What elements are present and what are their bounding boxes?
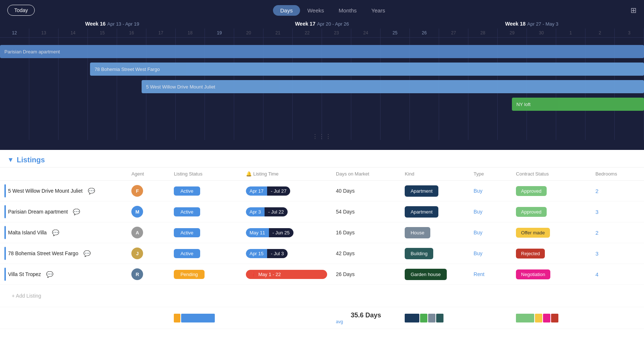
listing-name-cell: Villa St Tropez 💬 [0, 264, 127, 285]
th-type: Type [469, 167, 512, 181]
add-listing-row[interactable]: + Add Listing [0, 285, 644, 307]
day-14: 14 [59, 29, 88, 37]
type-cell: Rent [469, 264, 512, 285]
listing-name: 5 West Willow Drive Mount Juliet [8, 188, 83, 194]
bedrooms-value: 3 [595, 209, 598, 215]
day-30: 30 [527, 29, 556, 37]
days-value: 42 Days [336, 250, 355, 256]
day-20: 20 [234, 29, 263, 37]
summary-contract-cell [512, 307, 591, 329]
time-start: May 11 [246, 228, 269, 237]
mini-bar-building [436, 314, 443, 322]
time-cell: Apr 15 - Jul 3 [242, 243, 332, 264]
contract-cell: Negotiation [512, 264, 591, 285]
tab-months[interactable]: Months [332, 5, 364, 16]
table-row: 78 Bohemia Street West Fargo 💬 J Active … [0, 243, 644, 264]
tab-years[interactable]: Years [364, 5, 393, 16]
kind-cell: Building [400, 243, 469, 264]
kind-cell: Apartment [400, 201, 469, 222]
days-cell: 26 Days [332, 264, 400, 285]
status-cell: Active [169, 222, 242, 243]
view-tabs: Days Weeks Months Years [273, 5, 393, 16]
export-icon[interactable]: ⊞ [630, 6, 637, 15]
status-cell: Pending [169, 264, 242, 285]
time-badge: Apr 3 - Jul 22 [246, 207, 327, 216]
week-16: Week 16 Apr 13 - Apr 19 [7, 20, 217, 27]
avg-days: 35.6 Days [336, 312, 396, 319]
avatar: R [131, 268, 143, 280]
row-color-bar [4, 205, 6, 218]
listing-name-cell: Parisian Dream apartment 💬 [0, 201, 127, 222]
bedrooms-cell: 3 [591, 201, 644, 222]
bedrooms-cell: 2 [591, 222, 644, 243]
summary-contract-bars [516, 314, 587, 322]
agent-cell: F [127, 181, 169, 201]
status-cell: Active [169, 181, 242, 201]
bell-icon: 🔔 [246, 171, 252, 177]
bedrooms-cell: 4 [591, 264, 644, 285]
th-status: Listing Status [169, 167, 242, 181]
type-cell: Buy [469, 222, 512, 243]
contract-badge: Approved [516, 186, 547, 196]
table-row: Parisian Dream apartment 💬 M Active Apr … [0, 201, 644, 222]
day-17: 17 [146, 29, 176, 37]
day-18: 18 [176, 29, 205, 37]
days-value: 16 Days [336, 230, 355, 235]
listings-table: Agent Listing Status 🔔Listing Time Days … [0, 167, 644, 329]
tab-days[interactable]: Days [273, 5, 300, 16]
mini-bar-gardenhouse [420, 314, 427, 322]
gantt-bar-nyloft[interactable]: NY loft [512, 98, 644, 111]
row-color-bar [4, 184, 6, 197]
agent-cell: J [127, 243, 169, 264]
summary-status-cell [169, 307, 242, 329]
th-days: Days on Market [332, 167, 400, 181]
type-value[interactable]: Buy [473, 188, 482, 194]
type-value[interactable]: Buy [473, 230, 482, 235]
avg-label: avg [336, 319, 396, 324]
timeline-section: Today Days Weeks Months Years ⊞ Week 16 … [0, 0, 644, 150]
status-badge: Active [174, 186, 200, 196]
bedrooms-cell: 2 [591, 181, 644, 201]
avatar: M [131, 206, 143, 218]
mini-bar-approved [516, 314, 534, 322]
time-end: - Jul 22 [265, 207, 288, 216]
summary-kind-bars [405, 314, 465, 322]
drag-handle[interactable]: ⋮⋮⋮ [312, 133, 332, 140]
tab-weeks[interactable]: Weeks [300, 5, 332, 16]
table-row: Malta Island Villa 💬 A Active May 11 - J… [0, 222, 644, 243]
comment-icon[interactable]: 💬 [52, 229, 59, 236]
time-warning-text: May 1 - 22 [258, 272, 281, 277]
type-value[interactable]: Buy [473, 250, 482, 256]
week-labels: Week 16 Apr 13 - Apr 19 Week 17 Apr 20 -… [0, 20, 644, 27]
day-15: 15 [88, 29, 117, 37]
th-name [0, 167, 127, 181]
time-badge: May 11 - Jun 25 [246, 228, 327, 237]
comment-icon[interactable]: 💬 [83, 250, 91, 257]
type-value[interactable]: Buy [473, 209, 482, 215]
summary-status-bars [174, 314, 237, 322]
day-27: 27 [439, 29, 468, 37]
bedrooms-value: 4 [595, 271, 598, 278]
today-button[interactable]: Today [7, 5, 35, 16]
kind-badge: House [405, 227, 430, 238]
status-badge: Active [174, 228, 200, 237]
summary-days-cell: 35.6 Days avg [332, 307, 400, 329]
gantt-bar-parisian[interactable]: Parisian Dream apartment [0, 45, 644, 58]
add-listing-button[interactable]: + Add Listing [4, 288, 640, 303]
comment-icon[interactable]: 💬 [46, 271, 53, 278]
kind-cell: Garden house [400, 264, 469, 285]
comment-icon[interactable]: 💬 [73, 208, 80, 215]
avatar: J [131, 248, 143, 259]
type-value[interactable]: Rent [473, 271, 484, 277]
time-start: Apr 3 [246, 207, 265, 216]
gantt-bar-bohemia[interactable]: 78 Bohemia Street West Fargo [90, 63, 644, 76]
day-numbers: 12 13 14 15 16 17 18 19 20 21 22 23 24 2… [0, 29, 644, 38]
gantt-bar-westWillow[interactable]: 5 West Willow Drive Mount Juliet [142, 80, 644, 93]
mini-bar-pending [174, 314, 180, 322]
th-kind: Kind [400, 167, 469, 181]
comment-icon[interactable]: 💬 [88, 188, 95, 195]
avatar: F [131, 185, 143, 197]
time-end: - Jul 27 [267, 186, 290, 196]
days-value: 26 Days [336, 271, 355, 277]
days-cell: 40 Days [332, 181, 400, 201]
